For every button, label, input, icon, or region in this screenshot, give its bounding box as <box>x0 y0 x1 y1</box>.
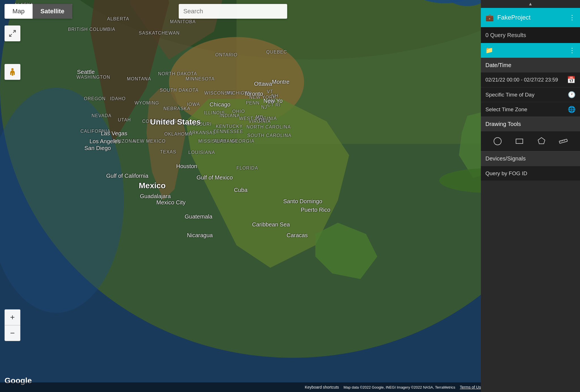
briefcase-icon: 💼 <box>485 14 494 22</box>
top-bar: Map Satellite <box>0 0 292 23</box>
zoom-out-btn[interactable]: − <box>5 325 20 341</box>
calendar-icon[interactable]: 📅 <box>567 76 575 84</box>
svg-point-23 <box>11 68 14 70</box>
fog-id-text: Query by FOG ID <box>485 170 527 177</box>
date-range-row[interactable]: 02/21/22 00:00 - 02/27/22 23:59 📅 <box>481 72 580 87</box>
draw-rectangle-btn[interactable] <box>512 134 527 149</box>
draw-circle-btn[interactable] <box>490 134 505 149</box>
datetime-header-text: Date/Time <box>485 62 511 68</box>
map-data-attribution: Map data ©2022 Google, INEGI Imagery ©20… <box>344 385 455 389</box>
svg-line-28 <box>561 141 561 142</box>
terms-of-use[interactable]: Terms of Use <box>460 385 483 389</box>
datetime-section-header: Date/Time <box>481 58 580 72</box>
svg-line-22 <box>10 34 12 36</box>
panel-arrow[interactable]: ▲ <box>481 0 580 8</box>
street-view-btn[interactable] <box>5 64 20 80</box>
specific-time-row[interactable]: Specific Time of Day 🕐 <box>481 87 580 102</box>
svg-marker-26 <box>538 138 545 144</box>
svg-rect-27 <box>559 139 568 143</box>
specific-time-label: Specific Time of Day <box>485 92 534 98</box>
fullscreen-btn[interactable] <box>5 25 20 41</box>
zoom-in-btn[interactable]: + <box>5 309 20 325</box>
devices-signals-text: Devices/Signals <box>485 155 526 162</box>
keyboard-shortcuts[interactable]: Keyboard shortcuts <box>305 385 339 389</box>
query-results-row: 0 Query Results <box>481 27 580 43</box>
select-timezone-label: Select Time Zone <box>485 106 527 113</box>
map-type-satellite-btn[interactable]: Satellite <box>33 4 72 19</box>
select-timezone-row[interactable]: Select Time Zone 🌐 <box>481 102 580 117</box>
draw-polygon-btn[interactable] <box>534 134 549 149</box>
svg-line-30 <box>564 140 565 141</box>
draw-ruler-btn[interactable] <box>556 134 571 149</box>
zoom-controls: + − <box>5 309 20 341</box>
fog-id-row[interactable]: Query by FOG ID <box>481 166 580 181</box>
project-menu-btn[interactable]: ⋮ <box>569 14 575 22</box>
query-results-text: 0 Query Results <box>485 32 526 38</box>
project-name: FakeProject <box>497 14 530 21</box>
folder-menu-btn[interactable]: ⋮ <box>569 46 575 54</box>
svg-line-29 <box>563 140 563 142</box>
right-panel: ▲ 💼 FakeProject ⋮ 0 Query Results 📁 ⋮ Da… <box>481 0 580 392</box>
bottom-bar: Keyboard shortcuts Map data ©2022 Google… <box>0 382 487 392</box>
drawing-tools-text: Drawing Tools <box>485 121 521 127</box>
drawing-icons-row <box>481 131 580 151</box>
folder-icon: 📁 <box>485 47 493 54</box>
date-range-text: 02/21/22 00:00 - 02/27/22 23:59 <box>485 77 558 83</box>
map-type-toggle[interactable]: Map Satellite <box>5 4 72 19</box>
search-bar[interactable] <box>179 4 287 19</box>
globe-icon: 🌐 <box>568 106 575 113</box>
devices-signals-row[interactable]: Devices/Signals <box>481 151 580 166</box>
search-input[interactable] <box>183 8 283 15</box>
map-type-map-btn[interactable]: Map <box>5 4 33 19</box>
panel-header: 💼 FakeProject ⋮ <box>481 8 580 27</box>
folder-row[interactable]: 📁 ⋮ <box>481 43 580 58</box>
svg-line-21 <box>13 31 15 33</box>
panel-header-left: 💼 FakeProject <box>485 14 530 22</box>
left-controls <box>5 25 20 80</box>
svg-rect-25 <box>516 139 523 143</box>
clock-icon: 🕐 <box>568 91 575 98</box>
drawing-tools-header: Drawing Tools <box>481 117 580 131</box>
svg-point-24 <box>494 138 501 145</box>
